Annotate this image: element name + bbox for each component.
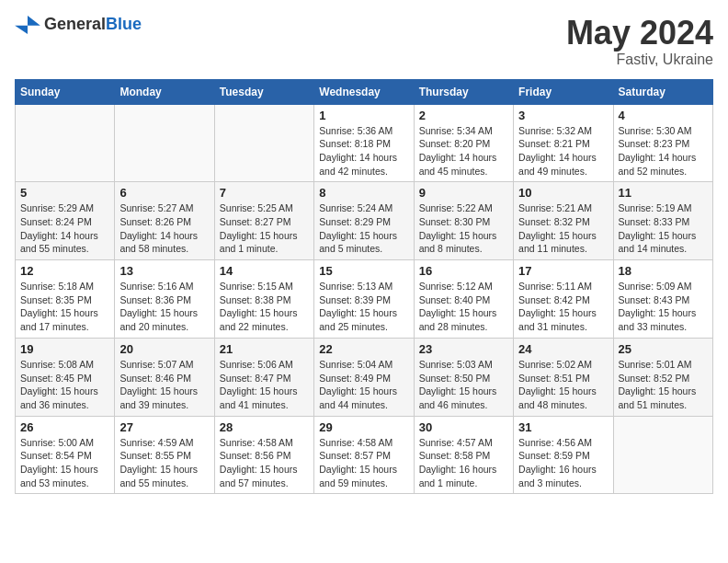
calendar-cell: 12Sunrise: 5:18 AMSunset: 8:35 PMDayligh… (16, 260, 115, 339)
calendar-cell: 28Sunrise: 4:58 AMSunset: 8:56 PMDayligh… (214, 416, 313, 494)
calendar-cell: 21Sunrise: 5:06 AMSunset: 8:47 PMDayligh… (214, 338, 313, 416)
day-info: Sunrise: 4:56 AMSunset: 8:59 PMDaylight:… (518, 436, 608, 490)
weekday-header-friday: Friday (514, 79, 613, 104)
day-number: 2 (419, 109, 508, 122)
weekday-header-sunday: Sunday (16, 79, 115, 104)
day-number: 7 (220, 186, 309, 200)
day-number: 24 (518, 342, 608, 356)
weekday-header-tuesday: Tuesday (214, 79, 313, 104)
calendar-cell: 30Sunrise: 4:57 AMSunset: 8:58 PMDayligh… (414, 416, 513, 494)
calendar-cell: 14Sunrise: 5:15 AMSunset: 8:38 PMDayligh… (214, 260, 313, 339)
day-number: 1 (319, 109, 408, 122)
day-number: 20 (119, 342, 209, 356)
calendar-cell: 7Sunrise: 5:25 AMSunset: 8:27 PMDaylight… (214, 182, 313, 260)
calendar-cell (16, 104, 115, 182)
calendar-cell: 11Sunrise: 5:19 AMSunset: 8:33 PMDayligh… (613, 182, 712, 260)
calendar-cell: 1Sunrise: 5:36 AMSunset: 8:18 PMDaylight… (314, 104, 414, 182)
day-number: 17 (518, 264, 608, 278)
day-info: Sunrise: 5:12 AMSunset: 8:40 PMDaylight:… (419, 280, 508, 334)
calendar-cell: 3Sunrise: 5:32 AMSunset: 8:21 PMDaylight… (514, 104, 613, 182)
day-number: 3 (518, 109, 608, 122)
day-info: Sunrise: 4:58 AMSunset: 8:57 PMDaylight:… (319, 436, 408, 490)
day-info: Sunrise: 5:00 AMSunset: 8:54 PMDaylight:… (20, 436, 109, 490)
calendar-cell: 19Sunrise: 5:08 AMSunset: 8:45 PMDayligh… (16, 338, 115, 416)
day-number: 31 (518, 420, 608, 434)
day-info: Sunrise: 5:19 AMSunset: 8:33 PMDaylight:… (619, 201, 708, 256)
day-info: Sunrise: 5:06 AMSunset: 8:47 PMDaylight:… (220, 358, 309, 412)
calendar-cell: 13Sunrise: 5:16 AMSunset: 8:36 PMDayligh… (115, 260, 214, 339)
day-info: Sunrise: 5:27 AMSunset: 8:26 PMDaylight:… (119, 201, 209, 256)
day-number: 5 (20, 186, 109, 200)
day-info: Sunrise: 5:24 AMSunset: 8:29 PMDaylight:… (319, 201, 408, 256)
day-info: Sunrise: 5:16 AMSunset: 8:36 PMDaylight:… (119, 280, 209, 334)
calendar-cell: 27Sunrise: 4:59 AMSunset: 8:55 PMDayligh… (115, 416, 214, 494)
day-info: Sunrise: 4:58 AMSunset: 8:56 PMDaylight:… (220, 436, 309, 490)
calendar-week-2: 5Sunrise: 5:29 AMSunset: 8:24 PMDaylight… (16, 182, 713, 260)
day-info: Sunrise: 5:13 AMSunset: 8:39 PMDaylight:… (319, 280, 408, 334)
day-info: Sunrise: 5:29 AMSunset: 8:24 PMDaylight:… (20, 201, 109, 256)
day-number: 26 (20, 420, 109, 434)
calendar-cell: 2Sunrise: 5:34 AMSunset: 8:20 PMDaylight… (414, 104, 513, 182)
calendar-cell: 22Sunrise: 5:04 AMSunset: 8:49 PMDayligh… (314, 338, 414, 416)
calendar-cell: 18Sunrise: 5:09 AMSunset: 8:43 PMDayligh… (613, 260, 712, 339)
calendar-cell: 31Sunrise: 4:56 AMSunset: 8:59 PMDayligh… (514, 416, 613, 494)
logo: GeneralBlue (15, 15, 142, 34)
title-block: May 2024 Fastiv, Ukraine (566, 15, 713, 68)
day-number: 27 (119, 420, 209, 434)
calendar-cell: 20Sunrise: 5:07 AMSunset: 8:46 PMDayligh… (115, 338, 214, 416)
day-number: 25 (619, 342, 708, 356)
day-number: 28 (220, 420, 309, 434)
calendar-cell: 24Sunrise: 5:02 AMSunset: 8:51 PMDayligh… (514, 338, 613, 416)
page-header: GeneralBlue May 2024 Fastiv, Ukraine (15, 15, 713, 68)
day-number: 9 (419, 186, 508, 200)
day-number: 21 (220, 342, 309, 356)
day-number: 13 (119, 264, 209, 278)
calendar-table: SundayMondayTuesdayWednesdayThursdayFrid… (15, 79, 713, 495)
calendar-cell: 17Sunrise: 5:11 AMSunset: 8:42 PMDayligh… (514, 260, 613, 339)
day-number: 14 (220, 264, 309, 278)
day-info: Sunrise: 5:15 AMSunset: 8:38 PMDaylight:… (220, 280, 309, 334)
calendar-week-1: 1Sunrise: 5:36 AMSunset: 8:18 PMDaylight… (16, 104, 713, 182)
day-number: 11 (619, 186, 708, 200)
calendar-week-4: 19Sunrise: 5:08 AMSunset: 8:45 PMDayligh… (16, 338, 713, 416)
day-info: Sunrise: 5:30 AMSunset: 8:23 PMDaylight:… (619, 124, 708, 178)
calendar-cell (115, 104, 214, 182)
calendar-cell: 26Sunrise: 5:00 AMSunset: 8:54 PMDayligh… (16, 416, 115, 494)
day-info: Sunrise: 5:11 AMSunset: 8:42 PMDaylight:… (518, 280, 608, 334)
day-number: 10 (518, 186, 608, 200)
day-info: Sunrise: 5:04 AMSunset: 8:49 PMDaylight:… (319, 358, 408, 412)
main-title: May 2024 (566, 15, 713, 52)
calendar-cell: 16Sunrise: 5:12 AMSunset: 8:40 PMDayligh… (414, 260, 513, 339)
day-info: Sunrise: 5:36 AMSunset: 8:18 PMDaylight:… (319, 124, 408, 178)
day-info: Sunrise: 5:02 AMSunset: 8:51 PMDaylight:… (518, 358, 608, 412)
weekday-header-thursday: Thursday (414, 79, 513, 104)
svg-marker-0 (28, 16, 40, 26)
day-info: Sunrise: 5:01 AMSunset: 8:52 PMDaylight:… (619, 358, 708, 412)
logo-icon (15, 16, 40, 34)
weekday-header-saturday: Saturday (613, 79, 712, 104)
location-subtitle: Fastiv, Ukraine (566, 52, 713, 68)
day-number: 18 (619, 264, 708, 278)
day-info: Sunrise: 5:22 AMSunset: 8:30 PMDaylight:… (419, 201, 508, 256)
day-number: 15 (319, 264, 408, 278)
logo-text-blue: Blue (106, 15, 142, 33)
calendar-week-3: 12Sunrise: 5:18 AMSunset: 8:35 PMDayligh… (16, 260, 713, 339)
day-number: 6 (119, 186, 209, 200)
day-info: Sunrise: 5:08 AMSunset: 8:45 PMDaylight:… (20, 358, 109, 412)
calendar-cell: 5Sunrise: 5:29 AMSunset: 8:24 PMDaylight… (16, 182, 115, 260)
calendar-cell: 8Sunrise: 5:24 AMSunset: 8:29 PMDaylight… (314, 182, 414, 260)
day-info: Sunrise: 5:07 AMSunset: 8:46 PMDaylight:… (119, 358, 209, 412)
calendar-cell (214, 104, 313, 182)
day-number: 30 (419, 420, 508, 434)
day-info: Sunrise: 5:09 AMSunset: 8:43 PMDaylight:… (619, 280, 708, 334)
calendar-cell: 9Sunrise: 5:22 AMSunset: 8:30 PMDaylight… (414, 182, 513, 260)
calendar-cell: 6Sunrise: 5:27 AMSunset: 8:26 PMDaylight… (115, 182, 214, 260)
logo-text-general: General (44, 15, 106, 33)
day-info: Sunrise: 4:57 AMSunset: 8:58 PMDaylight:… (419, 436, 508, 490)
day-info: Sunrise: 5:32 AMSunset: 8:21 PMDaylight:… (518, 124, 608, 178)
calendar-cell: 29Sunrise: 4:58 AMSunset: 8:57 PMDayligh… (314, 416, 414, 494)
day-info: Sunrise: 5:34 AMSunset: 8:20 PMDaylight:… (419, 124, 508, 178)
calendar-week-5: 26Sunrise: 5:00 AMSunset: 8:54 PMDayligh… (16, 416, 713, 494)
calendar-cell: 4Sunrise: 5:30 AMSunset: 8:23 PMDaylight… (613, 104, 712, 182)
calendar-cell: 10Sunrise: 5:21 AMSunset: 8:32 PMDayligh… (514, 182, 613, 260)
